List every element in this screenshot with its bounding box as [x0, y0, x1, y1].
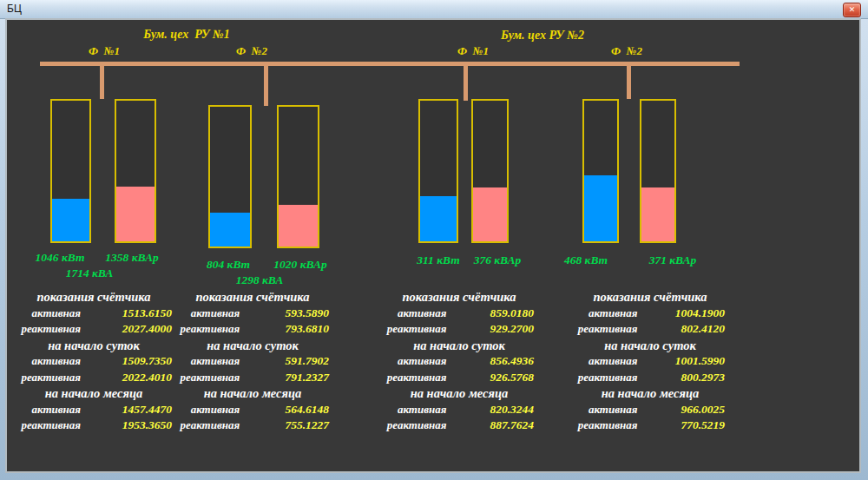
reactive-value: 2022.4010 — [86, 370, 172, 386]
active-value: 591.7902 — [245, 353, 329, 370]
feeder-label-4: Ф №2 — [583, 44, 670, 58]
reactive-value: 800.2973 — [642, 370, 725, 386]
reactive-row-label: реактивная — [385, 321, 451, 338]
section-title-ru2: Бум. цех РУ №2 — [469, 29, 616, 43]
meter-reactive-row: реактивная2027.4000 — [16, 321, 172, 338]
window-title: БЦ — [7, 3, 22, 15]
month-start-header: на начало месяца — [16, 385, 172, 402]
active-value: 1509.7350 — [86, 353, 172, 370]
reactive-value: 929.2700 — [451, 321, 534, 338]
meter-readings-feeder-3: показания счётчика активная859.0180 реак… — [385, 289, 534, 437]
reactive-power-gauge — [640, 99, 676, 243]
active-row-label: активная — [385, 402, 451, 418]
meter-active-row: активная1513.6150 — [16, 306, 172, 322]
active-row-label: активная — [16, 402, 86, 418]
active-power-fill — [52, 199, 89, 241]
reactive-power-fill — [641, 187, 674, 241]
reactive-power-fill — [116, 187, 155, 241]
day-active-row: активная591.7902 — [176, 353, 329, 370]
reactive-power-fill — [279, 205, 318, 247]
day-active-row: активная1509.7350 — [16, 353, 172, 370]
day-reactive-row: реактивная791.2327 — [176, 370, 329, 386]
reactive-power-gauge — [277, 105, 319, 248]
feeder-label-1: Ф №1 — [61, 44, 148, 58]
active-power-gauge — [208, 105, 252, 248]
month-active-row: активная820.3244 — [385, 402, 534, 418]
meter-readings-header: показания счётчика — [575, 289, 725, 306]
active-value: 856.4936 — [451, 353, 534, 370]
day-reactive-row: реактивная800.2973 — [575, 370, 725, 386]
day-start-header: на начало суток — [176, 338, 329, 354]
month-active-row: активная1457.4470 — [16, 402, 172, 418]
reactive-row-label: реактивная — [16, 370, 86, 386]
active-value: 593.5890 — [245, 306, 329, 322]
reactive-value: 755.1227 — [245, 418, 329, 434]
active-row-label: активная — [385, 306, 451, 322]
day-active-row: активная856.4936 — [385, 353, 534, 370]
active-row-label: активная — [176, 402, 245, 418]
active-power-gauge — [582, 99, 619, 243]
feeder-label-2: Ф №2 — [208, 44, 295, 58]
reactive-value: 2027.4000 — [86, 321, 172, 338]
reactive-power-value: 376 кВАр — [452, 253, 542, 267]
apparent-power-value: 1298 кВА — [214, 273, 305, 287]
month-start-header: на начало месяца — [176, 385, 329, 402]
close-button[interactable]: ✕ — [843, 3, 861, 17]
reactive-power-value: 1358 кВАр — [87, 251, 177, 265]
feeder-label-3: Ф №1 — [430, 44, 516, 58]
active-power-gauge — [50, 99, 91, 243]
meter-readings-feeder-4: показания счётчика активная1004.1900 реа… — [575, 289, 725, 437]
active-power-gauge — [418, 99, 458, 243]
close-icon: ✕ — [849, 6, 856, 14]
active-value: 1513.6150 — [86, 306, 172, 322]
active-value: 966.0025 — [642, 402, 725, 418]
day-start-header: на начало суток — [575, 338, 725, 354]
active-power-fill — [584, 175, 617, 241]
active-row-label: активная — [16, 306, 86, 322]
active-power-fill — [420, 196, 457, 241]
reactive-row-label: реактивная — [575, 321, 642, 338]
meter-reactive-row: реактивная802.4120 — [575, 321, 725, 338]
active-power-fill — [210, 213, 250, 247]
month-active-row: активная966.0025 — [575, 402, 725, 418]
reactive-row-label: реактивная — [176, 418, 245, 434]
section-title-ru1: Бум. цех РУ №1 — [113, 28, 260, 42]
active-row-label: активная — [575, 353, 642, 370]
meter-readings-feeder-1: показания счётчика активная1513.6150 реа… — [16, 289, 172, 437]
active-row-label: активная — [575, 402, 642, 418]
reactive-value: 926.5768 — [451, 370, 534, 386]
active-value: 1001.5990 — [642, 353, 725, 370]
month-start-header: на начало месяца — [385, 385, 534, 402]
meter-active-row: активная859.0180 — [385, 306, 534, 322]
active-value: 1457.4470 — [86, 402, 172, 418]
reactive-row-label: реактивная — [385, 418, 451, 434]
active-row-label: активная — [176, 306, 245, 322]
month-active-row: активная564.6148 — [176, 402, 329, 418]
month-start-header: на начало месяца — [575, 385, 725, 402]
feeder-drop-1 — [100, 66, 104, 99]
month-reactive-row: реактивная755.1227 — [176, 418, 329, 434]
app-window: БЦ ✕ Бум. цех РУ №1 Бум. цех РУ №2 Ф №1 … — [0, 0, 868, 480]
reactive-value: 791.2327 — [245, 370, 329, 386]
reactive-value: 887.7624 — [451, 418, 534, 434]
reactive-value: 770.5219 — [642, 418, 725, 434]
reactive-row-label: реактивная — [176, 321, 245, 338]
reactive-power-fill — [473, 187, 507, 241]
month-reactive-row: реактивная887.7624 — [385, 418, 534, 434]
apparent-power-value: 1714 кВА — [46, 266, 133, 280]
meter-reactive-row: реактивная929.2700 — [385, 321, 534, 338]
meter-readings-header: показания счётчика — [176, 289, 329, 306]
reactive-row-label: реактивная — [575, 418, 642, 434]
month-reactive-row: реактивная1953.3650 — [16, 418, 172, 434]
reactive-row-label: реактивная — [16, 321, 86, 338]
bus-bar — [40, 62, 740, 66]
day-reactive-row: реактивная2022.4010 — [16, 370, 172, 386]
meter-readings-header: показания счётчика — [16, 289, 172, 306]
reactive-value: 802.4120 — [642, 321, 725, 338]
feeder-drop-3 — [464, 66, 468, 101]
day-reactive-row: реактивная926.5768 — [385, 370, 534, 386]
active-row-label: активная — [16, 353, 86, 370]
active-row-label: активная — [385, 353, 451, 370]
window-titlebar[interactable]: БЦ ✕ — [0, 0, 868, 19]
reactive-power-value: 371 кВАр — [628, 253, 718, 267]
